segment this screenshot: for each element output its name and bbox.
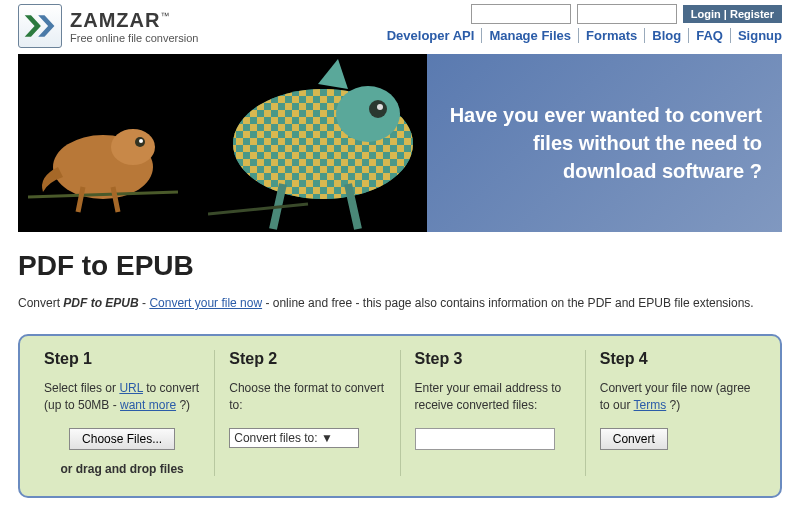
- chameleon-left-icon: [28, 92, 178, 222]
- step-2: Step 2 Choose the format to convert to: …: [215, 350, 400, 476]
- nav-faq[interactable]: FAQ: [689, 28, 731, 43]
- username-input[interactable]: [471, 4, 571, 24]
- hero-headline: Have you ever wanted to convert files wi…: [447, 101, 762, 185]
- svg-point-1: [111, 129, 155, 165]
- logo-area: ZAMZAR™ Free online file conversion: [18, 4, 198, 48]
- nav-manage-files[interactable]: Manage Files: [482, 28, 579, 43]
- password-input[interactable]: [577, 4, 677, 24]
- step-4-title: Step 4: [600, 350, 756, 368]
- step-1-title: Step 1: [44, 350, 200, 368]
- svg-line-13: [208, 204, 308, 214]
- step-2-text: Choose the format to convert to:: [229, 380, 385, 414]
- hero-image: [18, 54, 427, 232]
- url-link[interactable]: URL: [119, 381, 143, 395]
- hero-banner: Have you ever wanted to convert files wi…: [18, 54, 782, 232]
- step-3-text: Enter your email address to receive conv…: [415, 380, 571, 414]
- hero-text-panel: Have you ever wanted to convert files wi…: [427, 54, 782, 232]
- nav-signup[interactable]: Signup: [731, 28, 782, 43]
- top-nav: Developer API Manage Files Formats Blog …: [380, 28, 782, 43]
- step-3: Step 3 Enter your email address to recei…: [401, 350, 586, 476]
- brand-name: ZAMZAR™: [70, 9, 198, 32]
- email-input[interactable]: [415, 428, 555, 450]
- page-description: Convert PDF to EPUB - Convert your file …: [18, 296, 782, 310]
- step-4: Step 4 Convert your file now (agree to o…: [586, 350, 770, 476]
- page-title: PDF to EPUB: [18, 250, 782, 282]
- logo-icon: [18, 4, 62, 48]
- nav-formats[interactable]: Formats: [579, 28, 645, 43]
- convert-now-link[interactable]: Convert your file now: [149, 296, 262, 310]
- step-3-title: Step 3: [415, 350, 571, 368]
- step-1-text: Select files or URL to convert (up to 50…: [44, 380, 200, 414]
- nav-developer-api[interactable]: Developer API: [380, 28, 483, 43]
- step-4-text: Convert your file now (agree to our Term…: [600, 380, 756, 414]
- svg-point-10: [336, 86, 400, 142]
- drag-drop-hint: or drag and drop files: [44, 462, 200, 476]
- steps-container: Step 1 Select files or URL to convert (u…: [18, 334, 782, 498]
- convert-button[interactable]: Convert: [600, 428, 668, 450]
- step-2-title: Step 2: [229, 350, 385, 368]
- svg-point-12: [377, 104, 383, 110]
- nav-blog[interactable]: Blog: [645, 28, 689, 43]
- chameleon-right-icon: [208, 54, 427, 232]
- brand-tagline: Free online file conversion: [70, 32, 198, 44]
- step-1: Step 1 Select files or URL to convert (u…: [30, 350, 215, 476]
- format-select[interactable]: Convert files to: ▼: [229, 428, 359, 448]
- want-more-link[interactable]: want more: [120, 398, 176, 412]
- terms-link[interactable]: Terms: [634, 398, 667, 412]
- choose-files-button[interactable]: Choose Files...: [69, 428, 175, 450]
- login-register-button[interactable]: Login | Register: [683, 5, 782, 23]
- svg-point-3: [139, 139, 143, 143]
